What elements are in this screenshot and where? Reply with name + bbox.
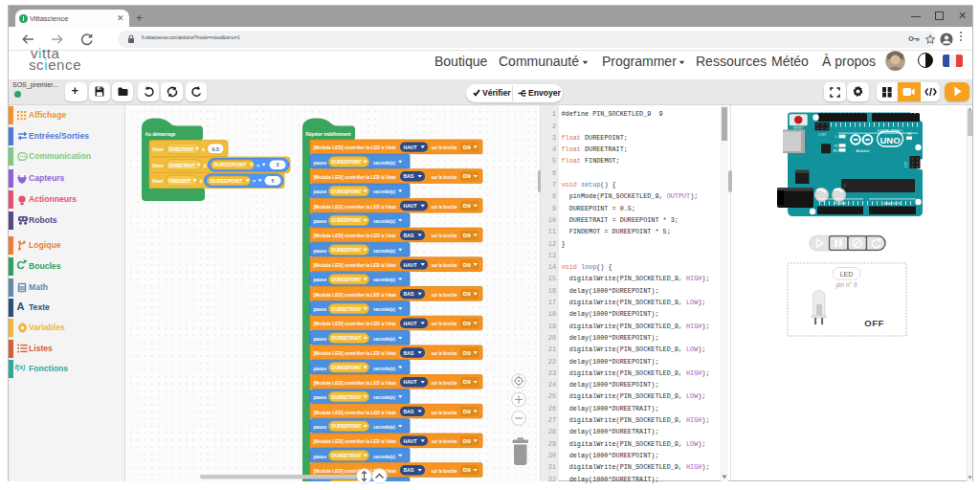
svg-text:Arduino´: Arduino´	[856, 148, 870, 153]
svg-text:RESET: RESET	[793, 126, 803, 130]
svg-text:ANALOG IN: ANALOG IN	[883, 202, 901, 206]
svg-text:ON: ON	[907, 132, 911, 136]
svg-text:L: L	[835, 135, 837, 139]
svg-text:ICSP2: ICSP2	[818, 133, 827, 137]
svg-text:POWER: POWER	[835, 202, 847, 206]
svg-text:TX: TX	[834, 145, 837, 148]
svg-text:RX: RX	[834, 149, 837, 153]
svg-text:ICSP: ICSP	[904, 162, 908, 168]
svg-text:pin n° 9: pin n° 9	[835, 281, 858, 289]
svg-text:UNO: UNO	[880, 136, 901, 145]
svg-text:OFF: OFF	[864, 318, 884, 328]
svg-text:LED: LED	[840, 271, 854, 278]
